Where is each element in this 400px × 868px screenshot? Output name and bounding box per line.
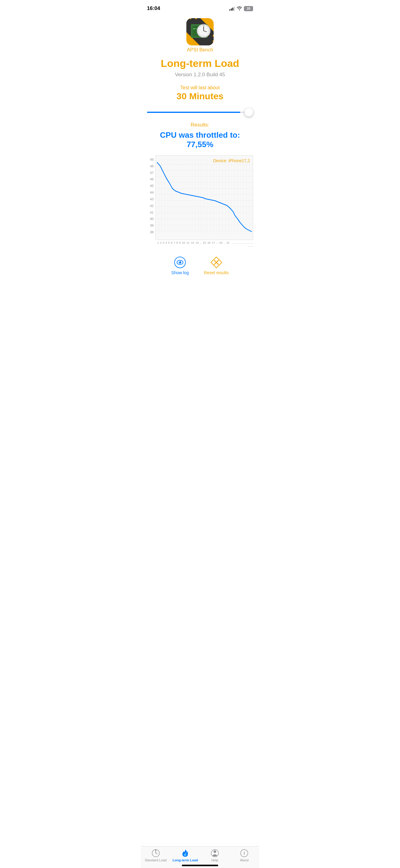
x-label-6: 6	[170, 241, 173, 247]
x-label-dots3: ...	[223, 241, 226, 247]
x-label-21: 21	[226, 241, 230, 247]
x-label-5: 5	[168, 241, 170, 247]
svg-point-12	[193, 28, 195, 29]
svg-point-69	[179, 261, 180, 262]
y-label-48: 48	[147, 164, 154, 168]
y-label-49: 49	[147, 158, 154, 161]
x-label-9: 9	[178, 241, 181, 247]
x-label-12: 12	[190, 241, 195, 247]
chart-device-label: Device: iPhone17,2	[213, 158, 250, 163]
x-label-8: 8	[176, 241, 178, 247]
progress-slider[interactable]	[147, 108, 253, 116]
y-axis: 49 48 47 46 45 44 43 42 41 40 39 38	[147, 155, 155, 240]
x-label-4: 4	[165, 241, 168, 247]
y-label-41: 41	[147, 211, 154, 214]
reset-icon	[210, 256, 222, 269]
eye-icon	[174, 256, 186, 269]
y-label-42: 42	[147, 204, 154, 208]
x-label-19: 19	[219, 241, 223, 247]
x-label-15: 15	[202, 241, 207, 247]
y-label-46: 46	[147, 177, 154, 181]
app-icon	[187, 18, 213, 45]
battery-icon: 28	[244, 6, 253, 11]
y-label-40: 40	[147, 217, 154, 221]
slider-fill	[147, 112, 240, 113]
status-icons: 28	[229, 6, 253, 11]
x-label-2: 2	[160, 241, 162, 247]
results-value: CPU was throttled to: 77,55%	[147, 130, 253, 149]
x-axis: 1 2 3 4 5 6 7 8 9 10 11 12 13 ... 15 16 …	[147, 240, 253, 247]
x-label-13: 13	[195, 241, 199, 247]
wifi-icon	[237, 6, 242, 11]
x-label-17: 17	[211, 241, 216, 247]
y-label-45: 45	[147, 184, 154, 188]
x-label-1: 1	[157, 241, 160, 247]
signal-icon	[229, 6, 235, 10]
x-label-11: 11	[186, 241, 190, 247]
results-label: Results:	[191, 122, 209, 128]
show-log-button[interactable]: Show log	[171, 256, 189, 275]
test-duration-value: 30 Minutes	[176, 91, 223, 101]
version-text: Version 1.2.0 Build 45	[175, 72, 225, 78]
chart-area: 49 48 47 46 45 44 43 42 41 40 39 38	[147, 155, 253, 240]
action-buttons: Show log Reset results	[171, 256, 228, 275]
x-label-16: 16	[207, 241, 211, 247]
y-label-43: 43	[147, 197, 154, 201]
svg-rect-18	[203, 24, 204, 25]
page-title: Long-term Load	[161, 58, 239, 69]
y-label-47: 47	[147, 171, 154, 175]
y-label-44: 44	[147, 191, 154, 194]
y-label-39: 39	[147, 224, 154, 227]
slider-track	[147, 112, 253, 113]
reset-results-label: Reset results	[204, 270, 229, 275]
status-bar: 16:04 28	[141, 0, 259, 15]
show-log-label: Show log	[171, 270, 189, 275]
x-label-dots2: ...	[216, 241, 219, 247]
y-label-38: 38	[147, 230, 154, 234]
x-label-10: 10	[181, 241, 186, 247]
chart-container: Device: iPhone17,2 49 48 47 46 45 44 43 …	[147, 155, 253, 247]
reset-results-button[interactable]: Reset results	[204, 256, 229, 275]
status-time: 16:04	[147, 5, 160, 11]
x-label-remaining: ... ... ... ... ... ... ... ... ...	[230, 241, 253, 247]
test-duration-label: Test will last about	[180, 85, 220, 91]
chart-line	[157, 162, 252, 231]
x-label-dots1: ...	[199, 241, 202, 247]
x-label-7: 7	[173, 241, 176, 247]
chart-svg	[155, 155, 253, 240]
slider-thumb	[245, 108, 253, 117]
app-content: APSI Bench Long-term Load Version 1.2.0 …	[141, 15, 259, 314]
app-name-label: APSI Bench	[187, 47, 213, 53]
x-label-3: 3	[162, 241, 165, 247]
